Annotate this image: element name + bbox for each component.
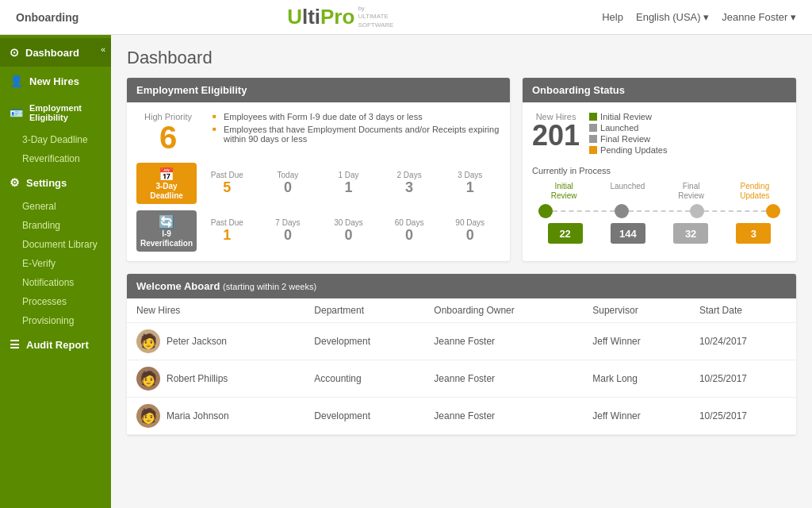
employment-eligibility-body: High Priority 6 Employees with Form I-9 … [127, 102, 510, 261]
stage-circle-launched [615, 204, 629, 218]
col-department: Department [304, 298, 424, 323]
sidebar-sub-processes[interactable]: Processes [0, 292, 111, 311]
sidebar-collapse-button[interactable]: « [95, 41, 111, 57]
reverification-icon: 🔄 [159, 214, 174, 229]
legend-dot-green [589, 113, 597, 121]
sidebar-item-label: New Hires [29, 75, 79, 87]
avatar-2: 🧑 [136, 404, 160, 428]
stat-1day: 1 Day 1 [318, 167, 379, 199]
legend-label: Launched [600, 123, 638, 133]
sidebar-item-label: Audit Report [26, 339, 89, 351]
sidebar-sub-e-verify[interactable]: E-Verify [0, 254, 111, 273]
process-line-2 [629, 210, 691, 212]
stat-label: 90 Days [441, 218, 499, 227]
cell-dept-1: Accounting [304, 360, 424, 398]
stat-label: 1 Day [320, 171, 377, 179]
proc-badge-pending[interactable]: 3 [736, 223, 771, 244]
language-dropdown[interactable]: English (USA) [636, 11, 709, 23]
sidebar: « ⊙ Dashboard 👤 New Hires 🪪 Employment E… [0, 35, 111, 508]
sidebar-item-label: Employment Eligibility [29, 103, 102, 122]
deadline-badge-3day[interactable]: 📅 3-Day Deadline [136, 163, 197, 204]
stage-label-initial: InitialReview [544, 182, 584, 201]
proc-badge-final[interactable]: 32 [673, 223, 708, 244]
avatar-cell-2: 🧑 Maria Johnson [136, 404, 295, 428]
onboarding-status-header: Onboarding Status [523, 78, 796, 102]
welcome-table: New Hires Department Onboarding Owner Su… [127, 298, 796, 435]
cell-supervisor-1: Mark Long [583, 360, 690, 398]
table-row: 🧑 Maria Johnson Development Jeanne Foste… [127, 398, 796, 435]
stage-circle-initial [538, 204, 553, 218]
cell-dept-0: Development [304, 323, 424, 360]
employment-eligibility-icon: 🪪 [10, 106, 23, 119]
legend-dot-orange [589, 146, 597, 154]
stat-label: 3 Days [441, 171, 499, 179]
os-legend: Initial Review Launched Final Review [589, 112, 667, 156]
sidebar-item-audit-report[interactable]: ☰ Audit Report [0, 330, 111, 359]
sidebar-sub-provisioning[interactable]: Provisioning [0, 311, 111, 330]
deadline-stats-3day: Past Due 5 Today 0 1 Day 1 [197, 167, 500, 199]
sidebar-item-settings[interactable]: ⚙ Settings [0, 168, 111, 197]
app-name: Onboarding [16, 11, 79, 24]
settings-icon: ⚙ [10, 176, 20, 189]
onboarding-status-body: New Hires 201 Initial Review Launched [523, 102, 796, 253]
hp-bullets: Employees with Form I-9 due date of 3 da… [213, 112, 500, 153]
avatar-0: 🧑 [136, 329, 160, 353]
process-track [532, 204, 787, 218]
os-new-hires-number: 201 [532, 121, 580, 150]
onboarding-status-card: Onboarding Status New Hires 201 Initial … [523, 78, 796, 261]
sidebar-item-employment-eligibility[interactable]: 🪪 Employment Eligibility [0, 95, 111, 130]
table-row: 🧑 Peter Jackson Development Jeanne Foste… [127, 323, 796, 360]
help-link[interactable]: Help [602, 11, 623, 23]
badge-title-3day: 3-Day Deadline [150, 182, 183, 201]
deadline-row-reverif: 🔄 I-9 Reverification Past Due 1 7 Days [136, 210, 500, 252]
process-badges: 22 144 32 3 [532, 223, 787, 244]
sidebar-item-new-hires[interactable]: 👤 New Hires [0, 67, 111, 95]
legend-label: Initial Review [600, 112, 652, 121]
deadline-stats-reverif: Past Due 1 7 Days 0 30 Days 0 [197, 215, 500, 247]
process-line-3 [704, 210, 766, 212]
employment-eligibility-card: Employment Eligibility High Priority 6 E… [127, 78, 510, 261]
stat-label: Past Due [198, 171, 256, 179]
stat-value: 0 [381, 227, 439, 244]
legend-pending-updates: Pending Updates [589, 145, 667, 155]
process-stage-labels: InitialReview Launched FinalReview Pendi… [532, 182, 787, 201]
cell-owner-2: Jeanne Foster [424, 398, 583, 435]
sidebar-sub-notifications[interactable]: Notifications [0, 273, 111, 292]
os-top: New Hires 201 Initial Review Launched [532, 112, 787, 156]
process-line-1 [553, 210, 615, 212]
stat-90days: 90 Days 0 [439, 215, 500, 247]
proc-badge-launched[interactable]: 144 [611, 223, 645, 244]
stage-label-pending: PendingUpdates [735, 182, 775, 201]
sidebar-item-dashboard[interactable]: ⊙ Dashboard [0, 38, 111, 67]
logo-text: UltiPro [287, 5, 354, 29]
sidebar-sub-3day-deadline[interactable]: 3-Day Deadline [0, 130, 111, 149]
sidebar-sub-general[interactable]: General [0, 197, 111, 216]
cell-owner-1: Jeanne Foster [424, 360, 583, 398]
sidebar-section-main: ⊙ Dashboard 👤 New Hires 🪪 Employment Eli… [0, 38, 111, 359]
stage-label-launched: Launched [607, 182, 647, 201]
name-1: Robert Phillips [167, 373, 228, 384]
sidebar-sub-reverification[interactable]: Reverification [0, 149, 111, 168]
stat-label: 60 Days [381, 218, 439, 227]
cell-start-1: 10/25/2017 [690, 360, 796, 398]
cell-start-0: 10/24/2017 [690, 323, 796, 360]
col-supervisor: Supervisor [583, 298, 690, 323]
proc-badge-initial[interactable]: 22 [548, 223, 583, 244]
welcome-table-body: 🧑 Peter Jackson Development Jeanne Foste… [127, 323, 796, 435]
stat-value: 0 [441, 227, 499, 244]
stat-value: 1 [441, 179, 499, 196]
deadline-badge-reverif[interactable]: 🔄 I-9 Reverification [136, 210, 197, 252]
dashboard-icon: ⊙ [10, 46, 19, 59]
user-dropdown[interactable]: Jeanne Foster [722, 11, 796, 23]
sidebar-sub-branding[interactable]: Branding [0, 216, 111, 235]
cell-dept-2: Development [304, 398, 424, 435]
cell-name-2: 🧑 Maria Johnson [127, 398, 304, 435]
sidebar-sub-document-library[interactable]: Document Library [0, 235, 111, 254]
cell-name-1: 🧑 Robert Phillips [127, 360, 304, 398]
legend-final-review: Final Review [589, 134, 667, 144]
cell-supervisor-2: Jeff Winner [583, 398, 690, 435]
cards-row: Employment Eligibility High Priority 6 E… [127, 78, 796, 261]
legend-dot-gray2 [589, 135, 597, 143]
avatar-cell-1: 🧑 Robert Phillips [136, 367, 295, 391]
stage-circle-final [690, 204, 704, 218]
